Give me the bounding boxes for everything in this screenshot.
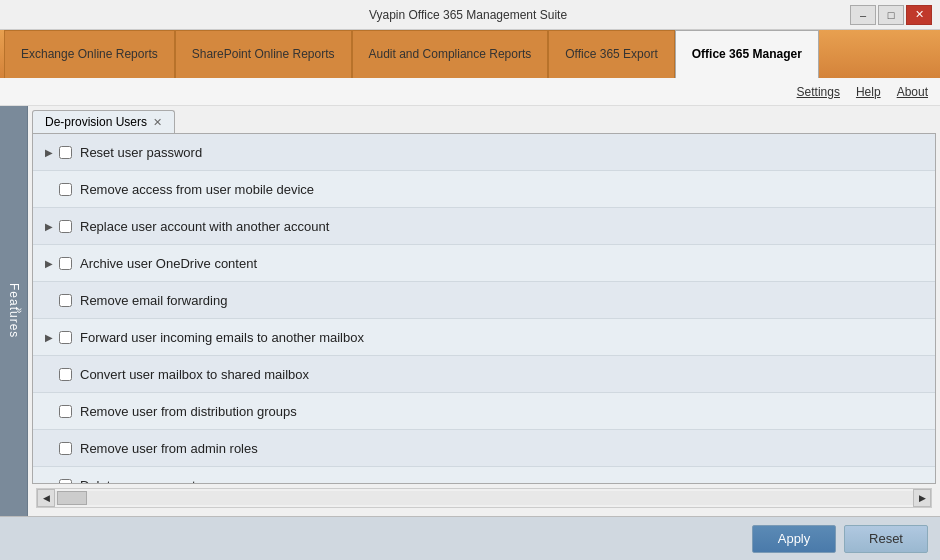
settings-link[interactable]: Settings: [797, 85, 840, 99]
main-panel: De-provision Users ✕ ▶Reset user passwor…: [28, 106, 940, 516]
window-controls: – □ ✕: [850, 5, 932, 25]
checkbox-remove-mobile[interactable]: [59, 183, 72, 196]
bottom-bar: Apply Reset: [0, 516, 940, 560]
list-item: ▶Reset user password: [33, 134, 935, 171]
checkbox-delete-account[interactable]: [59, 479, 72, 485]
list-item: ▶Archive user OneDrive content: [33, 245, 935, 282]
list-item: ▶Remove user from distribution groups: [33, 393, 935, 430]
list-item: ▶Remove email forwarding: [33, 282, 935, 319]
expand-arrow-icon[interactable]: ▶: [41, 329, 57, 345]
checkbox-label-reset-pwd[interactable]: Reset user password: [80, 145, 202, 160]
checkbox-label-archive-onedrive[interactable]: Archive user OneDrive content: [80, 256, 257, 271]
checklist-container: ▶Reset user password▶Remove access from …: [32, 133, 936, 484]
tab-label: De-provision Users: [45, 115, 147, 129]
checkbox-label-forward-emails[interactable]: Forward user incoming emails to another …: [80, 330, 364, 345]
expand-arrow-icon[interactable]: ▶: [41, 218, 57, 234]
close-button[interactable]: ✕: [906, 5, 932, 25]
checkbox-archive-onedrive[interactable]: [59, 257, 72, 270]
nav-tab-audit[interactable]: Audit and Compliance Reports: [352, 30, 549, 78]
tab-close-icon[interactable]: ✕: [153, 116, 162, 129]
app-title: Vyapin Office 365 Management Suite: [86, 8, 850, 22]
tab-strip: De-provision Users ✕: [32, 110, 936, 133]
nav-tab-export[interactable]: Office 365 Export: [548, 30, 675, 78]
features-sidebar[interactable]: Features »: [0, 106, 28, 516]
content-area: Features » De-provision Users ✕ ▶Reset u…: [0, 106, 940, 516]
list-item: ▶Remove user from admin roles: [33, 430, 935, 467]
maximize-button[interactable]: □: [878, 5, 904, 25]
checkbox-remove-admin[interactable]: [59, 442, 72, 455]
checkbox-label-remove-forwarding[interactable]: Remove email forwarding: [80, 293, 227, 308]
list-item: ▶Delete user account: [33, 467, 935, 484]
scroll-thumb[interactable]: [57, 491, 87, 505]
reset-button[interactable]: Reset: [844, 525, 928, 553]
title-bar: Vyapin Office 365 Management Suite – □ ✕: [0, 0, 940, 30]
checkbox-convert-mailbox[interactable]: [59, 368, 72, 381]
scroll-left-arrow[interactable]: ◀: [37, 489, 55, 507]
about-link[interactable]: About: [897, 85, 928, 99]
nav-bar: Exchange Online Reports SharePoint Onlin…: [0, 30, 940, 78]
checkbox-remove-forwarding[interactable]: [59, 294, 72, 307]
list-item: ▶Forward user incoming emails to another…: [33, 319, 935, 356]
nav-spacer: [819, 30, 936, 78]
nav-tab-sharepoint[interactable]: SharePoint Online Reports: [175, 30, 352, 78]
nav-tab-exchange[interactable]: Exchange Online Reports: [4, 30, 175, 78]
checkbox-reset-pwd[interactable]: [59, 146, 72, 159]
minimize-button[interactable]: –: [850, 5, 876, 25]
list-item: ▶Remove access from user mobile device: [33, 171, 935, 208]
checkbox-label-replace-account[interactable]: Replace user account with another accoun…: [80, 219, 329, 234]
scroll-track: [55, 491, 913, 505]
expand-arrow-icon[interactable]: ▶: [41, 255, 57, 271]
apply-button[interactable]: Apply: [752, 525, 836, 553]
nav-tab-manager[interactable]: Office 365 Manager: [675, 30, 819, 78]
help-link[interactable]: Help: [856, 85, 881, 99]
checkbox-label-remove-admin[interactable]: Remove user from admin roles: [80, 441, 258, 456]
checkbox-label-remove-mobile[interactable]: Remove access from user mobile device: [80, 182, 314, 197]
expand-arrow-icon[interactable]: ▶: [41, 144, 57, 160]
checkbox-label-convert-mailbox[interactable]: Convert user mailbox to shared mailbox: [80, 367, 309, 382]
features-arrow-icon: »: [14, 308, 25, 315]
checkbox-replace-account[interactable]: [59, 220, 72, 233]
horizontal-scrollbar[interactable]: ◀ ▶: [36, 488, 932, 508]
checkbox-label-remove-dist[interactable]: Remove user from distribution groups: [80, 404, 297, 419]
list-item: ▶Convert user mailbox to shared mailbox: [33, 356, 935, 393]
scroll-right-arrow[interactable]: ▶: [913, 489, 931, 507]
action-bar: Settings Help About: [0, 78, 940, 106]
checkbox-forward-emails[interactable]: [59, 331, 72, 344]
checkbox-label-delete-account[interactable]: Delete user account: [80, 478, 196, 485]
list-item: ▶Replace user account with another accou…: [33, 208, 935, 245]
deprovision-tab[interactable]: De-provision Users ✕: [32, 110, 175, 133]
checkbox-remove-dist[interactable]: [59, 405, 72, 418]
